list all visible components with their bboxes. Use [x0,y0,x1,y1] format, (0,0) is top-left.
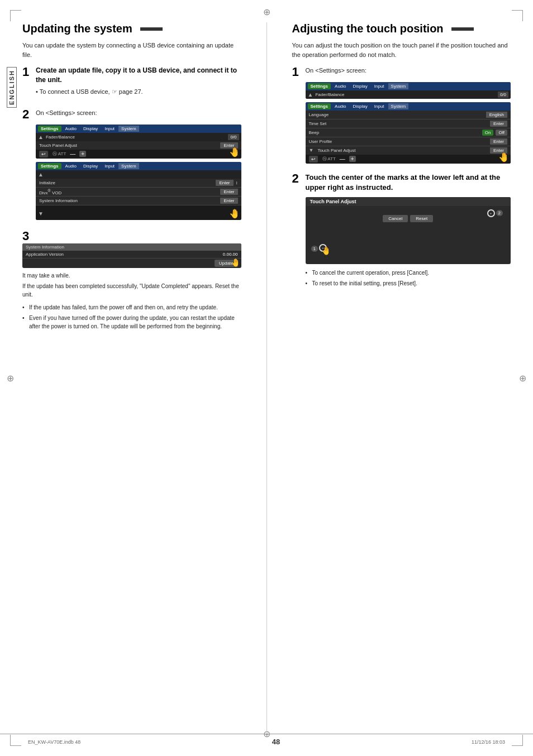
right-screen2-tab-system[interactable]: System [388,103,409,109]
screen2-bottom-nav: ▼ [36,205,241,220]
right-screen1-tab-display[interactable]: Display [350,83,370,89]
left-intro: You can update the system by connecting … [22,41,241,59]
right-title-text: Adjusting the touch position [292,22,444,35]
right-intro: You can adjust the touch position on the… [292,41,511,59]
right-screen2-tab-display[interactable]: Display [350,103,370,109]
screen2-mockup: Settings Audio Display Input System ▲ In… [36,162,241,221]
corner-mark-tr [512,10,523,21]
right-crosshair-icon: ⊕ [519,373,526,384]
tpa-title-text: Touch Panel Adjust [310,199,356,204]
step2-label: On <Settings> screen: [36,108,241,118]
screen2-down-arrow[interactable]: ▼ [38,210,44,217]
step3-area: 3 System Information Application Version… [22,229,241,299]
right-screen2-timeset-enter[interactable]: Enter [490,121,507,127]
right-screen2-tpa-row: ▼ Touch Panel Adjust Enter [306,146,511,155]
screen1-tab-input[interactable]: Input [102,126,117,132]
right-screen2-radio: Ⓝ ATT [322,156,336,162]
right-screen2-tab-input[interactable]: Input [372,103,387,109]
sysinfo-appver-value: 0.00.00 [223,252,238,257]
screen2-divx-label: Divx® VOD [39,189,220,195]
left-crosshair-icon: ⊕ [7,373,14,384]
step1-container: 1 Create an update file, copy it to a US… [22,66,241,103]
screen2-sysinfo-enter[interactable]: Enter [220,198,237,204]
screen1-nav: ▲ Fader/Balance 0/0 [36,133,241,141]
right-screen2-row-beep: Beep On Off [306,128,511,137]
screen1-minus-btn[interactable]: — [68,151,77,157]
screen1-tab-audio[interactable]: Audio [63,126,79,132]
hand-icon-1: 🤚 [229,147,240,157]
tpa-cancel-btn[interactable]: Cancel [383,215,408,222]
screen2-settings-tab[interactable]: Settings [38,163,61,169]
tpa-marker-2-inner: + [490,212,492,215]
screen1-settings-tab[interactable]: Settings [38,126,61,132]
right-screen2-controls: ↩ Ⓝ ATT — + [306,155,511,164]
right-screen2-settings-tab[interactable]: Settings [308,103,331,109]
screen1-up-arrow[interactable]: ▲ [38,134,44,140]
right-step2-title: Touch the center of the marks at the low… [306,173,511,193]
right-step1-container: 1 On <Settings> screen: Settings Audio D… [292,66,511,167]
title-bar-decoration [140,27,163,31]
right-bullet-1: To cancel the current operation, press [… [306,269,511,277]
right-screen1-up-arrow[interactable]: ▲ [308,92,313,98]
screen1-fader-label: Fader/Balance [46,135,228,140]
sysinfo-appver-row: Application Version 0.00.00 [22,251,241,259]
right-step2-content: Touch the center of the marks at the low… [306,173,511,290]
right-screen2-beep-off[interactable]: Off [496,130,507,136]
right-screen2: Settings Audio Display Input System Lang… [306,102,511,164]
tpa-marker-2-num: 2 [496,210,503,216]
right-screen1-nav: ▲ Fader/Balance 0/0 [306,90,511,99]
screen1-plus-btn[interactable]: + [79,151,86,157]
sysinfo-appver-label: Application Version [26,252,223,257]
right-screen1-settings-tab[interactable]: Settings [308,83,331,89]
screen2-up-arrow[interactable]: ▲ [38,171,44,178]
bullet-list-right: To cancel the current operation, press [… [306,269,511,288]
screen2-tab-input[interactable]: Input [102,163,117,169]
step1-note: • To connect a USB device, ☞ page 27. [36,87,241,97]
right-screen2-tab-audio[interactable]: Audio [332,103,349,109]
step2-content: On <Settings> screen: Settings Audio Dis… [36,108,241,223]
note-text-2: If the update has been completed success… [22,282,241,299]
right-screen2-lang-value[interactable]: English [486,112,507,118]
footer-right-text: 11/12/16 18:03 [472,739,505,745]
screen1-tab-system[interactable]: System [118,126,139,132]
right-screen2-lang-label: Language [309,112,486,117]
right-screen2-timeset-label: Time Set [309,121,490,126]
right-step1-number: 1 [292,66,301,78]
right-screen1-fader-value: 0/0 [498,92,508,98]
screen2-init-enter[interactable]: Enter [216,180,233,186]
screen2-tab-system[interactable]: System [118,163,139,169]
right-column: Adjusting the touch position You can adj… [287,22,511,734]
right-screen1-tab-audio[interactable]: Audio [332,83,349,89]
right-screen2-minus[interactable]: — [338,156,347,162]
note-text-1: It may take a while. [22,271,241,280]
screen1-tab-display[interactable]: Display [80,126,101,132]
right-screen2-beep-on[interactable]: On [482,130,494,136]
right-screen2-userprofile-enter[interactable]: Enter [490,138,507,145]
screen2-tab-display[interactable]: Display [80,163,101,169]
hand-icon-2: 🤚 [229,208,240,219]
tpa-marker-2-circle: + [487,209,495,217]
right-screen2-down-arrow: ▼ [309,147,314,153]
right-screen2-userprofile-label: User Profile [309,139,490,144]
right-screen1: Settings Audio Display Input System ▲ Fa… [306,82,511,99]
screen1-back-btn[interactable]: ↩ [39,151,48,157]
right-screen1-tab-system[interactable]: System [388,83,409,89]
right-screen2-plus[interactable]: + [349,156,356,162]
screen2-tab-audio[interactable]: Audio [63,163,79,169]
right-step2-number: 2 [292,173,301,185]
right-screen1-tab-input[interactable]: Input [372,83,387,89]
right-screen2-back[interactable]: ↩ [309,156,318,162]
step2-number: 2 [22,108,31,121]
sysinfo-update-row: Update 🤚 [22,259,241,268]
page-number: 48 [272,738,280,746]
bullet-list-left: If the update has failed, turn the power… [22,303,241,331]
bullet-item-1: If the update has failed, turn the power… [22,303,241,312]
right-screen2-tpa-label: Touch Panel Adjust [317,148,487,153]
screen2-divx-enter[interactable]: Enter [220,189,237,195]
step1-content: Create an update file, copy it to a USB … [36,66,241,103]
screen2-header: Settings Audio Display Input System [36,162,241,170]
tpa-header: Touch Panel Adjust [306,197,511,206]
right-screen2-row-timeset: Time Set Enter [306,119,511,128]
tpa-reset-btn[interactable]: Reset [410,215,433,222]
bullet-item-2: Even if you have turned off the power du… [22,314,241,331]
